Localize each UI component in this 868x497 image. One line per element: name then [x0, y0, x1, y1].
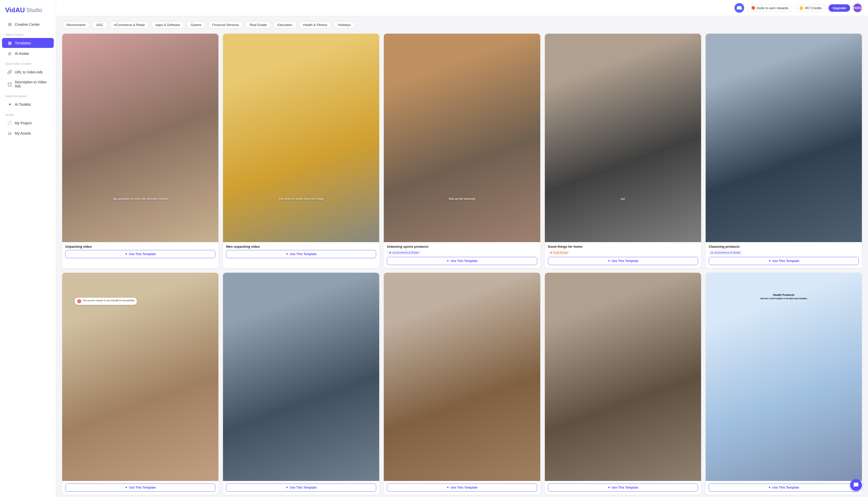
filter-realestate[interactable]: Real Estate [245, 21, 271, 29]
section-label-video-recreation: Video Recreation [0, 91, 56, 99]
sidebar-label-my-project: My Project [15, 121, 32, 125]
use-template-button-4[interactable]: ✦Use This Template [548, 257, 698, 265]
use-template-button-6[interactable]: ✦Use This Template [65, 483, 215, 492]
sidebar-item-my-project[interactable]: 📄 My Project [2, 118, 54, 128]
tag-star-icon: ★ [550, 251, 552, 254]
template-card-1: Say goodbye to your old skincare routine… [62, 34, 218, 268]
template-thumb-6: The vacuum cleaner is very friendly for … [62, 273, 218, 481]
use-template-button-2[interactable]: ✦Use This Template [226, 250, 376, 258]
template-thumb-7 [223, 273, 379, 481]
template-info-6: ✦Use This Template [62, 481, 218, 495]
template-info-8: ✦Use This Template [384, 481, 540, 495]
toolkits-icon: ✦ [7, 102, 12, 107]
invite-button[interactable]: 🎁 Invite to earn rewards [747, 4, 792, 12]
template-title-2: Men unpacking video [226, 245, 376, 248]
filter-health[interactable]: Health & Fitness [299, 21, 332, 29]
use-template-label-4: Use This Template [612, 259, 638, 263]
sparkle-icon: ✦ [286, 252, 288, 256]
tag-star-icon: ★ [711, 251, 713, 254]
template-thumb-9 [545, 273, 701, 481]
sidebar-label-ai-toolkits: AI Toolkits [15, 102, 31, 106]
filter-apps[interactable]: Apps & Software [151, 21, 185, 29]
section-label-video-creation: Video Creation [0, 30, 56, 38]
template-title-1: Unpacking video [65, 245, 215, 248]
use-template-button-3[interactable]: ✦Use This Template [387, 257, 537, 265]
sidebar-label-url-to-video: URL to Video Ads [15, 70, 43, 74]
template-card-3: Dial up the intensityUnboxing sports pro… [384, 34, 540, 268]
sidebar-item-templates[interactable]: ▦ Templates [2, 38, 54, 48]
tag-star-icon: ★ [389, 251, 391, 254]
sidebar-item-url-to-video[interactable]: 🔗 URL to Video Ads [2, 67, 54, 77]
sparkle-icon: ✦ [286, 486, 288, 489]
credits-button[interactable]: 🪙 457 Credits [795, 4, 825, 12]
filter-education[interactable]: Education [273, 21, 296, 29]
use-template-label-6: Use This Template [129, 486, 156, 489]
use-template-button-8[interactable]: ✦Use This Template [387, 483, 537, 492]
credits-emoji: 🪙 [799, 6, 803, 10]
template-card-10: Health ProductsDIETARY SUPPLEMENT FOR ME… [706, 273, 862, 495]
use-template-label-9: Use This Template [612, 486, 638, 489]
credits-label: 457 Credits [805, 6, 822, 10]
use-template-label-8: Use This Template [451, 486, 477, 489]
sparkle-icon: ✦ [608, 486, 610, 489]
main-area: 🎁 Invite to earn rewards 🪙 457 Credits U… [56, 0, 868, 497]
template-info-1: Unpacking video✦Use This Template [62, 242, 218, 261]
logo-studio: Studio [27, 7, 42, 14]
use-template-label-5: Use This Template [772, 259, 799, 263]
discord-button[interactable] [735, 3, 744, 13]
templates-grid: Say goodbye to your old skincare routine… [62, 34, 862, 495]
section-label-quick-video: Quick Video Creation [0, 59, 56, 67]
template-thumb-4: our [545, 34, 701, 242]
template-thumb-1: Say goodbye to your old skincare routine [62, 34, 218, 242]
upgrade-button[interactable]: Upgrade [828, 4, 850, 12]
template-info-2: Men unpacking video✦Use This Template [223, 242, 379, 261]
sparkle-icon: ✦ [447, 259, 449, 263]
filter-games[interactable]: Games [186, 21, 206, 29]
overlay-text-3: Dial up the intensity [384, 197, 540, 200]
section-label-assets: Assets [0, 110, 56, 118]
use-template-button-10[interactable]: ✦Use This Template [709, 483, 859, 492]
invite-label: Invite to earn rewards [757, 6, 789, 10]
use-template-label-1: Use This Template [129, 252, 156, 256]
filter-ugc[interactable]: UGC [92, 21, 108, 29]
templates-icon: ▦ [7, 41, 12, 45]
avatar-icon: ◎ [7, 51, 12, 56]
use-template-button-1[interactable]: ✦Use This Template [65, 250, 215, 258]
filter-financial[interactable]: Financial Services [208, 21, 243, 29]
logo: VidAU Studio [0, 4, 56, 19]
template-card-2: feet deserve better than the roughMen un… [223, 34, 379, 268]
sidebar-item-ai-toolkits[interactable]: ✦ AI Toolkits [2, 99, 54, 109]
template-thumb-2: feet deserve better than the rough [223, 34, 379, 242]
use-template-button-5[interactable]: ✦Use This Template [709, 257, 859, 265]
template-card-8: ✦Use This Template [384, 273, 540, 495]
chat-fab-button[interactable] [850, 479, 862, 491]
overlay-text-4: our [545, 197, 701, 200]
assets-icon: 🗂 [7, 131, 12, 136]
content-area: RecommendUGCeCommerce & RetailApps & Sof… [56, 16, 868, 497]
comment-text: The vacuum cleaner is very friendly for … [83, 299, 134, 302]
use-template-label-7: Use This Template [290, 486, 317, 489]
sidebar-item-ai-avatar[interactable]: ◎ AI Avatar [2, 48, 54, 58]
filter-recommend[interactable]: Recommend [62, 21, 90, 29]
sidebar-label-ai-avatar: AI Avatar [15, 52, 29, 56]
use-template-label-2: Use This Template [290, 252, 317, 256]
filter-holidays[interactable]: Holidays [334, 21, 355, 29]
use-template-button-7[interactable]: ✦Use This Template [226, 483, 376, 492]
template-thumb-8 [384, 273, 540, 481]
link-icon: 🔗 [7, 70, 12, 74]
use-template-button-9[interactable]: ✦Use This Template [548, 483, 698, 492]
template-tag-5: ★ eCommerce & Retail [709, 251, 742, 255]
template-thumb-10: Health ProductsDIETARY SUPPLEMENT FOR ME… [706, 273, 862, 481]
sidebar-item-creative-center[interactable]: ⊞ Creative Center [2, 19, 54, 29]
sparkle-icon: ✦ [768, 259, 771, 263]
sparkle-icon: ✦ [768, 486, 771, 489]
sidebar-item-desc-to-video[interactable]: 📋 Description to Video Ads [2, 77, 54, 91]
sidebar-label-desc-to-video: Description to Video Ads [15, 80, 49, 88]
sparkle-icon: ✦ [447, 486, 449, 489]
avatar[interactable]: VidAU [853, 3, 862, 12]
desc-icon: 📋 [7, 82, 12, 87]
template-card-9: ✦Use This Template [545, 273, 701, 495]
comment-bubble: The vacuum cleaner is very friendly for … [75, 298, 137, 305]
filter-ecommerce[interactable]: eCommerce & Retail [110, 21, 149, 29]
sidebar-item-my-assets[interactable]: 🗂 My Assets [2, 128, 54, 138]
